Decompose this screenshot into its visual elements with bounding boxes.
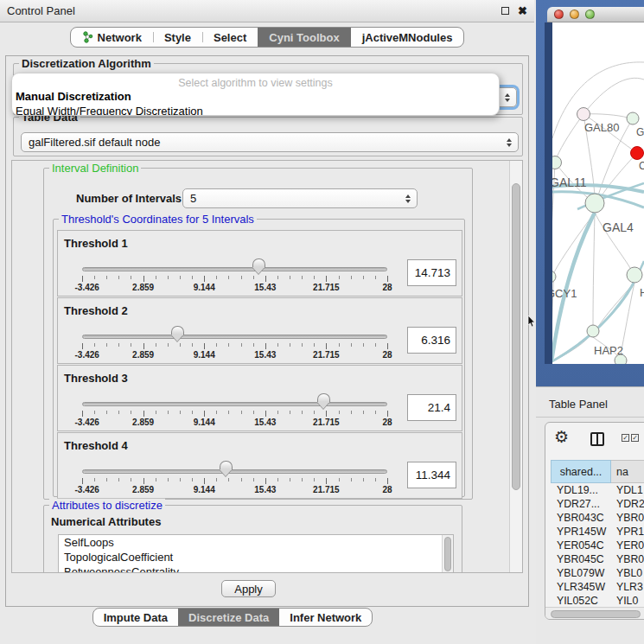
attribute-item-betweennesscentrality[interactable]: BetweennessCentrality — [59, 564, 453, 573]
thresholds-group: Threshold's Coordinates for 5 Intervals … — [53, 219, 465, 497]
column-header-shared-name[interactable]: shared... — [551, 460, 611, 483]
threshold-3-value-field[interactable]: 21.4 — [407, 394, 456, 421]
number-of-intervals-value: 5 — [190, 192, 196, 205]
minimize-traffic-light-icon[interactable] — [570, 10, 579, 19]
algorithm-dropdown-prompt: Select algorithm to view settings — [12, 77, 499, 89]
attribute-item-selfloops[interactable]: SelfLoops — [59, 535, 453, 550]
bottom-tab-impute-data[interactable]: Impute Data — [93, 609, 178, 626]
network-node-hap2[interactable] — [587, 325, 599, 337]
threshold-4-slider-thumb[interactable] — [220, 461, 233, 477]
gear-icon[interactable]: ⚙ — [554, 429, 569, 445]
network-node-label-h-partial: H — [640, 286, 644, 299]
tab-network[interactable]: Network — [71, 28, 153, 47]
attribute-item-topologicalcoefficient[interactable]: TopologicalCoefficient — [59, 550, 453, 564]
network-node-gal4[interactable] — [585, 194, 604, 213]
columns-icon[interactable] — [590, 432, 604, 446]
bottom-tab-infer-network[interactable]: Infer Network — [279, 609, 372, 626]
tab-jactivemnodules-label: jActiveMNodules — [362, 31, 453, 44]
table-row[interactable]: YDR27...YDR2 — [551, 497, 644, 511]
tab-jactivemnodules[interactable]: jActiveMNodules — [351, 28, 464, 47]
cell-name: YBL0 — [611, 567, 644, 579]
network-icon — [82, 31, 93, 43]
slider-tick-labels: -3.4262.8599.14415.4321.71528 — [82, 485, 387, 495]
table-row[interactable]: YPR145WYPR1 — [551, 525, 644, 539]
threshold-2-slider[interactable] — [82, 335, 387, 339]
attributes-scrollbar[interactable] — [442, 535, 453, 573]
threshold-2-slider-thumb[interactable] — [171, 326, 184, 342]
close-icon[interactable]: ✖ — [518, 7, 527, 15]
number-of-intervals-combo[interactable]: 5 — [182, 188, 418, 208]
algorithm-dropdown-popup: Select algorithm to view settings Manual… — [11, 73, 500, 116]
tab-cyni-toolbox-label: Cyni Toolbox — [269, 31, 339, 44]
table-data-combo[interactable]: galFiltered.sif default node — [21, 132, 519, 152]
network-node-partial-bottom[interactable] — [615, 354, 627, 364]
table-row[interactable]: YBR043CYBR0 — [551, 511, 644, 525]
tab-select-label: Select — [214, 31, 246, 44]
cell-shared-name: YIL052C — [551, 595, 611, 607]
cell-shared-name: YER054C — [551, 539, 611, 552]
network-node-gal11[interactable] — [552, 156, 562, 169]
cell-name: YIL0 — [611, 595, 644, 607]
threshold-1-slider[interactable] — [82, 267, 387, 271]
column-header-name[interactable]: na — [611, 460, 644, 483]
discretization-algorithm-title: Discretization Algorithm — [19, 57, 154, 70]
table-panel-title: Table Panel — [549, 398, 608, 411]
bottom-tab-discretize-data[interactable]: Discretize Data — [178, 609, 279, 626]
threshold-1-box: Threshold 1-3.4262.8599.14415.4321.71528… — [57, 230, 462, 296]
algorithm-option-manual-discretization[interactable]: Manual Discretization — [12, 89, 499, 104]
slider-ticks — [82, 343, 387, 349]
combo-arrows-icon — [505, 93, 510, 102]
float-window-icon[interactable] — [501, 7, 509, 15]
threshold-4-slider[interactable] — [82, 469, 387, 474]
network-canvas[interactable]: GAL80G.CGAL11GAL4GCY1HHAP2 — [552, 22, 644, 364]
apply-button[interactable]: Apply — [221, 580, 276, 597]
network-node-label-gal4: GAL4 — [603, 220, 634, 234]
threshold-3-slider-thumb[interactable] — [317, 393, 330, 410]
table-horizontal-scrollbar[interactable] — [545, 607, 644, 620]
cell-name: YPR1 — [611, 526, 644, 538]
top-tab-bar: NetworkStyleSelectCyni ToolboxjActiveMNo… — [70, 27, 465, 48]
threshold-1-slider-thumb[interactable] — [252, 258, 265, 275]
checkbox-icon: ✓ — [622, 434, 629, 442]
combo-arrows-icon — [405, 194, 411, 203]
select-columns-icons[interactable]: ✓ ✓ — [622, 434, 639, 442]
network-window-titlebar[interactable] — [547, 7, 644, 22]
tab-network-label: Network — [98, 31, 142, 44]
threshold-1-value-field[interactable]: 14.713 — [407, 259, 456, 286]
settings-scrollbar[interactable] — [509, 161, 522, 572]
interval-definition-title: Interval Definition — [49, 162, 141, 175]
mouse-cursor — [527, 316, 536, 328]
network-node-gal80[interactable] — [577, 108, 590, 121]
tab-select[interactable]: Select — [202, 28, 258, 47]
network-desktop: GAL80G.CGAL11GAL4GCY1HHAP2 — [536, 0, 644, 386]
threshold-4-value-field[interactable]: 11.344 — [407, 462, 456, 488]
table-data-combo-value: galFiltered.sif default node — [29, 136, 160, 149]
threshold-4-label: Threshold 4 — [64, 439, 128, 452]
network-node-h-partial[interactable] — [627, 267, 642, 283]
network-node-red-node[interactable] — [631, 147, 644, 160]
table-row[interactable]: YBL079WYBL0 — [551, 566, 644, 580]
algorithm-option-equal-width-frequency-discretization[interactable]: Equal Width/Frequency Discretization — [12, 104, 499, 116]
threshold-2-value-field[interactable]: 6.316 — [407, 327, 456, 354]
cyni-toolbox-panel: Discretization Algorithm Table Data galF… — [5, 55, 529, 607]
table-row[interactable]: YLR345WYLR3 — [551, 580, 644, 594]
table-row[interactable]: YBR045CYBR0 — [551, 552, 644, 566]
numerical-attributes-list[interactable]: SelfLoopsTopologicalCoefficientBetweenne… — [58, 534, 454, 573]
zoom-traffic-light-icon[interactable] — [585, 10, 595, 19]
close-traffic-light-icon[interactable] — [554, 10, 564, 19]
tab-cyni-toolbox[interactable]: Cyni Toolbox — [258, 28, 350, 47]
bottom-tab-impute-data-label: Impute Data — [104, 611, 168, 624]
cell-shared-name: YBL079W — [551, 567, 611, 579]
network-node-g-partial[interactable] — [627, 112, 639, 124]
threshold-3-slider[interactable] — [82, 402, 387, 406]
table-row[interactable]: YER054CYER0 — [551, 539, 644, 552]
table-row[interactable]: YDL19...YDL1 — [551, 483, 644, 497]
network-node-gcy1[interactable] — [552, 271, 556, 283]
table-row[interactable]: YIL052CYIL0 — [551, 594, 644, 608]
interval-definition-group: Interval Definition Number of Intervals … — [43, 168, 473, 500]
checkbox-icon: ✓ — [631, 434, 639, 442]
cell-name: YDR2 — [611, 498, 644, 510]
network-node-label-gal80: GAL80 — [584, 121, 619, 134]
threshold-1-label: Threshold 1 — [64, 237, 128, 250]
tab-style[interactable]: Style — [153, 28, 202, 47]
